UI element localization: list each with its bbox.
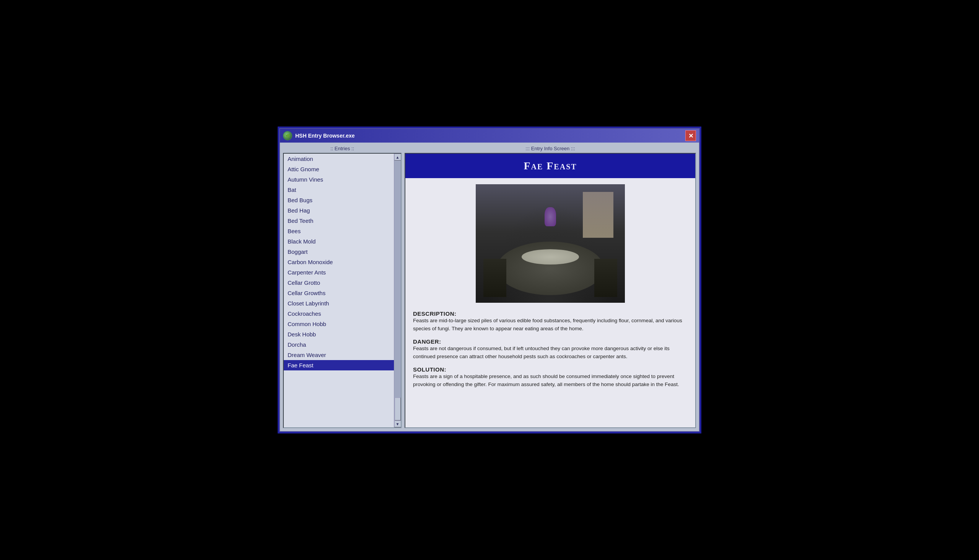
description-header: DESCRIPTION: bbox=[413, 310, 687, 317]
title-bar: 🌿 HSH Entry Browser.exe ✕ bbox=[280, 129, 699, 143]
entry-header: Fae Feast bbox=[405, 154, 695, 178]
entry-info-label: ::: Entry Info Screen ::: bbox=[405, 146, 696, 152]
description-section: DESCRIPTION: Feasts are mid-to-large siz… bbox=[413, 310, 687, 333]
list-item[interactable]: Desk Hobb bbox=[284, 329, 394, 340]
danger-section: DANGER: Feasts are not dangerous if cons… bbox=[413, 338, 687, 361]
list-item[interactable]: Dorcha bbox=[284, 340, 394, 350]
description-text: Feasts are mid-to-large sized piles of v… bbox=[413, 317, 687, 333]
entry-image bbox=[476, 184, 625, 303]
danger-header: DANGER: bbox=[413, 338, 687, 345]
list-item[interactable]: Bees bbox=[284, 226, 394, 236]
entry-title: Fae Feast bbox=[413, 160, 687, 172]
content-area: :: Entries :: AnimationAttic GnomeAutumn… bbox=[280, 143, 699, 431]
entry-info-box: Fae Feast bbox=[405, 153, 696, 428]
list-item[interactable]: Fae Feast bbox=[284, 360, 394, 370]
danger-text: Feasts are not dangerous if consumed, bu… bbox=[413, 345, 687, 361]
window-title: HSH Entry Browser.exe bbox=[295, 133, 355, 139]
img-chairs-left bbox=[484, 259, 506, 297]
entry-body: DESCRIPTION: Feasts are mid-to-large siz… bbox=[405, 178, 695, 395]
list-item[interactable]: Bed Teeth bbox=[284, 216, 394, 226]
close-button[interactable]: ✕ bbox=[685, 130, 696, 141]
list-item[interactable]: Cellar Growths bbox=[284, 288, 394, 298]
list-item[interactable]: Bat bbox=[284, 185, 394, 195]
solution-text: Feasts are a sign of a hospitable presen… bbox=[413, 373, 687, 389]
list-item[interactable]: Boggart bbox=[284, 247, 394, 257]
list-item[interactable]: Cockroaches bbox=[284, 308, 394, 319]
list-item[interactable]: Common Hobb bbox=[284, 319, 394, 329]
scrollbar[interactable]: ▲ ▼ bbox=[394, 154, 401, 427]
app-icon: 🌿 bbox=[283, 131, 292, 140]
list-item[interactable]: Autumn Vines bbox=[284, 174, 394, 185]
solution-header: SOLUTION: bbox=[413, 366, 687, 373]
list-item[interactable]: Animation bbox=[284, 154, 394, 164]
list-item[interactable]: Closet Labyrinth bbox=[284, 298, 394, 308]
list-item[interactable]: Bed Bugs bbox=[284, 195, 394, 205]
scroll-track bbox=[394, 160, 401, 420]
left-panel: :: Entries :: AnimationAttic GnomeAutumn… bbox=[283, 146, 402, 428]
list-item[interactable]: Cellar Grotto bbox=[284, 278, 394, 288]
main-window: 🌿 HSH Entry Browser.exe ✕ :: Entries :: … bbox=[279, 128, 700, 432]
list-item[interactable]: Carbon Monoxide bbox=[284, 257, 394, 267]
scroll-up-button[interactable]: ▲ bbox=[394, 154, 401, 160]
img-window bbox=[583, 192, 614, 238]
entries-label: :: Entries :: bbox=[283, 146, 402, 152]
img-chairs-right bbox=[594, 259, 617, 297]
list-item[interactable]: Bed Hag bbox=[284, 205, 394, 216]
right-panel: ::: Entry Info Screen ::: Fae Feast bbox=[405, 146, 696, 428]
scroll-down-button[interactable]: ▼ bbox=[394, 420, 401, 427]
scroll-thumb[interactable] bbox=[395, 398, 401, 420]
img-mold bbox=[522, 249, 579, 265]
title-bar-left: 🌿 HSH Entry Browser.exe bbox=[283, 131, 355, 140]
list-item[interactable]: Carpenter Ants bbox=[284, 267, 394, 278]
list-item[interactable]: Black Mold bbox=[284, 236, 394, 247]
img-vase bbox=[545, 207, 556, 226]
entries-list-container: AnimationAttic GnomeAutumn VinesBatBed B… bbox=[283, 153, 402, 428]
entries-list[interactable]: AnimationAttic GnomeAutumn VinesBatBed B… bbox=[284, 154, 394, 427]
list-item[interactable]: Attic Gnome bbox=[284, 164, 394, 174]
img-table bbox=[497, 242, 604, 295]
list-item[interactable]: Dream Weaver bbox=[284, 350, 394, 360]
entry-image-container bbox=[413, 184, 687, 303]
entry-image-scene bbox=[476, 184, 625, 303]
solution-section: SOLUTION: Feasts are a sign of a hospita… bbox=[413, 366, 687, 389]
